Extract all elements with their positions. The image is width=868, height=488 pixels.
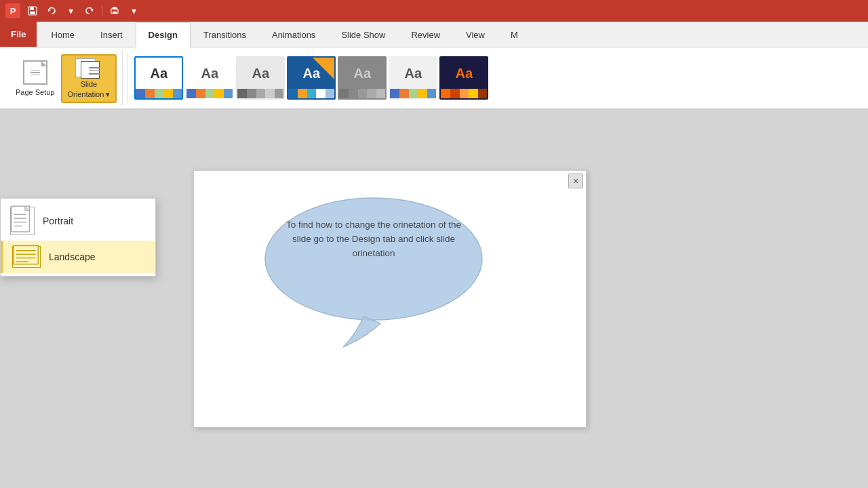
slide-close-button[interactable]: ×	[568, 174, 583, 188]
undo-dropdown-button[interactable]: ▾	[62, 3, 79, 19]
ribbon-tabs: File Home Insert Design Transitions Anim…	[0, 22, 868, 47]
page-setup-group: Page Setup SlideOrientation ▾	[4, 50, 123, 106]
redo-button[interactable]	[81, 3, 98, 19]
theme-default-bars	[136, 89, 182, 98]
theme-5-bars	[339, 89, 385, 98]
landscape-doc-icon	[12, 246, 41, 268]
theme-6-letter: Aa	[405, 66, 422, 81]
portrait-label: Portrait	[43, 216, 73, 226]
page-setup-button[interactable]: Page Setup	[9, 54, 61, 103]
portrait-doc-icon	[10, 207, 35, 235]
speech-bubble-svg: To find how to change the orinetation of…	[248, 191, 519, 367]
right-panel	[780, 110, 868, 488]
page-setup-icon	[23, 60, 47, 85]
landscape-option[interactable]: Landscape	[1, 241, 155, 273]
theme-7-letter: Aa	[456, 66, 473, 81]
orientation-dropdown-menu: Portrait Landscape	[0, 198, 156, 277]
print-preview-button[interactable]	[106, 3, 123, 19]
orient-line-1	[89, 67, 100, 68]
orientation-label: SlideOrientation ▾	[68, 79, 111, 99]
theme-4-letter: Aa	[303, 66, 321, 81]
slide-orientation-button[interactable]: SlideOrientation ▾	[61, 54, 117, 103]
orient-line-3	[89, 73, 100, 75]
theme-5-letter: Aa	[354, 66, 372, 81]
theme-default-letter: Aa	[151, 66, 168, 81]
tab-view[interactable]: View	[453, 22, 498, 47]
landscape-label: Landscape	[49, 251, 96, 262]
undo-button[interactable]	[43, 3, 60, 19]
save-button[interactable]	[24, 3, 41, 19]
orientation-icon	[75, 58, 102, 77]
theme-7-bars	[441, 89, 487, 98]
tab-file[interactable]: File	[0, 22, 37, 47]
theme-3[interactable]: Aa	[236, 56, 285, 100]
theme-default[interactable]: Aa	[134, 56, 183, 100]
slide-area: Portrait Landscape ×	[0, 110, 868, 488]
theme-7[interactable]: Aa	[439, 56, 488, 100]
bubble-text: To find how to change the orinetation of…	[275, 211, 472, 268]
theme-6-bars	[390, 89, 436, 98]
separator	[102, 5, 102, 16]
page-setup-label: Page Setup	[16, 87, 55, 97]
orient-line-2	[89, 70, 100, 72]
theme-4-bars	[288, 89, 334, 98]
portrait-option[interactable]: Portrait	[1, 201, 155, 241]
orientation-icon-front	[81, 61, 100, 79]
svg-rect-1	[30, 7, 34, 10]
app-icon: P	[5, 3, 20, 18]
main-slide-container: × To find how to change the orinetation …	[0, 110, 780, 488]
tab-insert[interactable]: Insert	[87, 22, 136, 47]
themes-group: Aa Aa Aa	[132, 50, 491, 106]
tab-design[interactable]: Design	[136, 22, 191, 47]
title-bar: P ▾	[0, 0, 868, 22]
theme-6[interactable]: Aa	[389, 56, 437, 100]
theme-3-bars	[237, 89, 283, 98]
theme-5[interactable]: Aa	[338, 56, 387, 100]
tab-review[interactable]: Review	[398, 22, 453, 47]
theme-4[interactable]: Aa	[287, 56, 336, 100]
svg-rect-2	[30, 12, 35, 14]
theme-2-letter: Aa	[201, 66, 219, 81]
close-icon: ×	[573, 176, 578, 186]
theme-2-bars	[186, 89, 233, 98]
orientation-icon-lines	[89, 67, 100, 75]
ribbon-content: Page Setup SlideOrientation ▾	[0, 47, 868, 110]
customize-quick-access-button[interactable]: ▾	[125, 3, 142, 19]
tab-more[interactable]: M	[498, 22, 531, 47]
theme-2[interactable]: Aa	[185, 56, 234, 100]
tab-home[interactable]: Home	[38, 22, 87, 47]
theme-3-letter: Aa	[252, 66, 270, 81]
tab-animations[interactable]: Animations	[259, 22, 328, 47]
svg-rect-5	[113, 12, 117, 14]
tab-slideshow[interactable]: Slide Show	[328, 22, 398, 47]
tab-transitions[interactable]: Transitions	[191, 22, 259, 47]
svg-rect-4	[113, 7, 117, 9]
quick-access-toolbar: ▾ ▾	[24, 3, 142, 19]
slide-wrapper[interactable]: × To find how to change the orinetation …	[193, 170, 587, 428]
ribbon-divider	[127, 53, 127, 103]
